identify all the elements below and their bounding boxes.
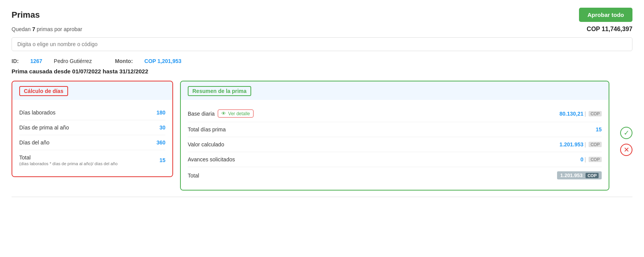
cards-section: Cálculo de días Días laborados 180 Días …	[12, 81, 632, 191]
total-amount: COP 11,746,397	[587, 26, 632, 33]
resumen-header: Resumen de la prima	[181, 81, 609, 100]
actions-column: ✓ ✕	[616, 81, 632, 156]
monto-label: Monto:	[115, 58, 133, 64]
resumen-num: 0	[581, 156, 584, 162]
header-row: Primas Aprobar todo	[12, 8, 632, 22]
resumen-title: Resumen de la prima	[188, 86, 251, 96]
total-value-badge: 1.201.953COP	[557, 171, 602, 179]
pending-count: 7	[32, 26, 35, 32]
search-input[interactable]	[12, 37, 632, 51]
table-row: Días de prima al año 30	[19, 120, 165, 135]
table-row: Total1.201.953COP	[188, 167, 602, 184]
resumen-value: 0|COP	[581, 156, 602, 162]
calc-value: 15	[159, 157, 165, 163]
resumen-num: 80.130,21	[559, 111, 583, 117]
reject-button[interactable]: ✕	[620, 144, 632, 156]
resumen-value: 15	[596, 126, 602, 133]
table-row: Total días prima15	[188, 122, 602, 137]
resumen-card: Resumen de la prima Base diaria 👁 Ver de…	[180, 81, 609, 191]
calc-label: Días laborados	[19, 109, 55, 116]
table-row: Avances solicitados0|COP	[188, 152, 602, 167]
calc-label: Días del año	[19, 139, 50, 146]
resumen-value: 80.130,21|COP	[559, 111, 602, 117]
cop-badge: COP	[586, 173, 599, 178]
calc-dias-title: Cálculo de días	[19, 86, 68, 96]
calc-label: Total	[19, 154, 118, 161]
calc-sub: (días laborados * días de prima al año)/…	[19, 161, 118, 166]
period-title: Prima causada desde 01/07/2022 hasta 31/…	[12, 68, 632, 75]
pipe: |	[585, 111, 586, 117]
id-value: 1267	[30, 58, 42, 64]
resumen-label: Total	[188, 172, 199, 179]
pending-prefix: Quedan	[12, 26, 32, 32]
eye-icon: 👁	[221, 111, 226, 116]
table-row: Días del año 360	[19, 135, 165, 150]
calc-value: 360	[157, 139, 165, 146]
cop-badge: COP	[589, 142, 602, 147]
table-row: Valor calculado1.201.953|COP	[188, 137, 602, 152]
resumen-num: 1.201.953	[559, 141, 583, 148]
id-label: ID:	[12, 58, 19, 64]
pending-text: Quedan 7 primas por aprobar	[12, 26, 82, 32]
aprobar-todo-button[interactable]: Aprobar todo	[579, 8, 632, 22]
monto-value: COP 1,201,953	[144, 58, 181, 64]
pipe: |	[585, 156, 586, 162]
calc-label: Días de prima al año	[19, 124, 69, 131]
calc-dias-header: Cálculo de días	[12, 81, 172, 100]
resumen-value: 1.201.953|COP	[559, 141, 602, 148]
cop-badge: COP	[589, 157, 602, 162]
resumen-label: Valor calculado	[188, 141, 224, 148]
resumen-body: Base diaria 👁 Ver detalle80.130,21|COPTo…	[181, 100, 609, 190]
ver-detalle-button[interactable]: 👁 Ver detalle	[218, 109, 254, 118]
calc-dias-card: Cálculo de días Días laborados 180 Días …	[12, 81, 173, 177]
table-row: Base diaria 👁 Ver detalle80.130,21|COP	[188, 105, 602, 122]
approve-button[interactable]: ✓	[620, 127, 632, 139]
sub-header-row: Quedan 7 primas por aprobar COP 11,746,3…	[12, 26, 632, 33]
resumen-label: Base diaria 👁 Ver detalle	[188, 109, 254, 118]
table-row: Días laborados 180	[19, 105, 165, 120]
bottom-divider	[12, 197, 632, 197]
page-container: Primas Aprobar todo Quedan 7 primas por …	[0, 0, 644, 257]
cop-badge: COP	[589, 111, 602, 116]
pending-suffix: primas por aprobar	[35, 26, 82, 32]
table-row: Total (días laborados * días de prima al…	[19, 150, 165, 170]
resumen-label: Avances solicitados	[188, 156, 235, 162]
page-title: Primas	[12, 10, 40, 20]
calc-value: 30	[159, 124, 165, 131]
calc-dias-body: Días laborados 180 Días de prima al año …	[12, 100, 172, 176]
employee-row: ID: 1267 Pedro Gutiérrez Monto: COP 1,20…	[12, 58, 632, 64]
pipe: |	[585, 141, 586, 148]
resumen-label: Total días prima	[188, 126, 226, 133]
employee-name: Pedro Gutiérrez	[54, 58, 92, 64]
calc-value: 180	[157, 109, 165, 116]
